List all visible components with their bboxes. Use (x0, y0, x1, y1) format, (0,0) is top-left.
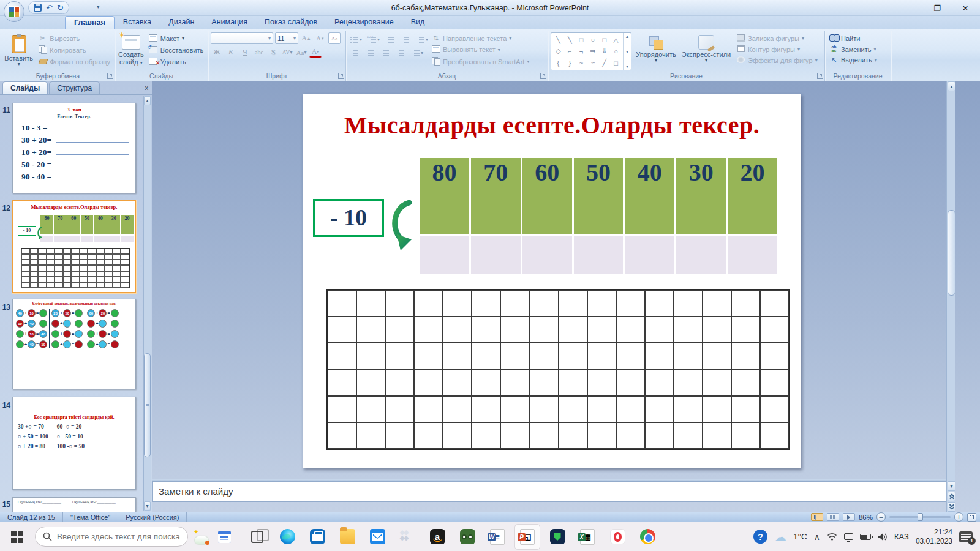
ribbon-tab[interactable]: Главная (65, 16, 115, 29)
replace-button[interactable]: abacЗаменить ▾ (827, 45, 879, 54)
value-cell[interactable]: 70 (471, 158, 521, 234)
slide-thumbnail-11[interactable]: 3- топ Есепте. Тексер. 10 - 3 =30 + 20=1… (12, 103, 136, 193)
ribbon-tab[interactable]: Дизайн (160, 16, 203, 29)
volume-icon[interactable] (878, 533, 888, 541)
answer-cell[interactable] (728, 236, 777, 274)
dialog-launcher-icon[interactable] (540, 73, 546, 79)
ribbon-tab[interactable]: Вставка (115, 16, 160, 29)
opera-button[interactable] (605, 525, 630, 549)
help-icon[interactable]: ? (753, 530, 767, 544)
powerpoint-button-active[interactable]: P◱ (515, 525, 540, 549)
line-spacing-button[interactable]: ▾ (415, 34, 430, 45)
answer-cell[interactable] (676, 236, 726, 274)
slide-canvas[interactable]: Мысалдарды есепте.Оларды тексер. 8070605… (303, 94, 801, 468)
character-spacing-button[interactable]: AV▾ (281, 47, 293, 58)
value-cell[interactable]: 20 (728, 158, 777, 234)
battery-icon[interactable] (860, 534, 871, 540)
convert-smartart-button[interactable]: Преобразовать в SmartArt ▾ (429, 56, 531, 67)
vertical-scrollbar[interactable]: ▲ ▼ (946, 81, 956, 512)
scroll-up-icon[interactable]: ▲ (144, 96, 151, 105)
wifi-icon[interactable] (827, 533, 837, 541)
bold-button[interactable]: Ж (211, 47, 223, 58)
dialog-launcher-icon[interactable] (338, 73, 344, 79)
shape-effects-button[interactable]: Эффекты для фигур ▾ (734, 56, 820, 65)
security-app-button[interactable] (545, 525, 570, 549)
answer-cell[interactable] (471, 236, 521, 274)
tab-outline[interactable]: Структура (49, 81, 100, 94)
zoom-out-button[interactable]: – (876, 512, 886, 522)
ribbon-tab[interactable]: Рецензирование (326, 16, 402, 29)
font-size-combobox[interactable]: 11▾ (275, 32, 298, 44)
format-painter-button[interactable]: Формат по образцу (36, 57, 112, 67)
weather-cloud-icon[interactable]: ☁ (774, 530, 786, 544)
answer-cell[interactable] (625, 236, 674, 274)
scrollbar-thumb[interactable] (948, 210, 956, 296)
mail-button[interactable] (365, 525, 390, 549)
hidden-icons-chevron[interactable]: ∧ (814, 532, 820, 542)
dropbox-button[interactable] (395, 525, 420, 549)
grow-font-button[interactable]: A▲ (300, 32, 312, 44)
select-button[interactable]: ↖Выделить ▾ (827, 56, 879, 64)
undo-button[interactable]: ↶ (46, 4, 53, 12)
shrink-font-button[interactable]: A▼ (314, 32, 326, 44)
font-color-button[interactable]: А▾ (309, 48, 322, 58)
change-case-button[interactable]: Aa▾ (295, 47, 307, 58)
quick-styles-button[interactable]: Экспресс-стили▾ (680, 32, 732, 72)
amazon-button[interactable]: a (425, 525, 450, 549)
input-language[interactable]: КАЗ (894, 532, 909, 541)
work-grid[interactable] (326, 289, 790, 450)
find-button[interactable]: Найти (827, 34, 879, 43)
dialog-launcher-icon[interactable] (817, 73, 823, 79)
zoom-slider-thumb[interactable] (918, 513, 923, 521)
temperature[interactable]: 1°C (793, 532, 807, 541)
ribbon-tab[interactable]: Показ слайдов (256, 16, 326, 29)
zoom-in-button[interactable]: + (954, 512, 963, 522)
fit-to-window-button[interactable] (967, 513, 976, 522)
align-center-button[interactable] (364, 47, 377, 59)
slide-thumbnail-15-partial[interactable]: Оқушының аты:__________Оқушының аты:____… (12, 497, 136, 512)
minimize-button[interactable]: – (903, 4, 915, 13)
columns-button[interactable]: ▾ (410, 47, 425, 59)
task-view-button[interactable] (245, 525, 270, 549)
clock[interactable]: 21:24 03.01.2023 (916, 528, 952, 546)
start-button[interactable] (5, 525, 29, 549)
language-indicator[interactable]: Русский (Россия) (118, 512, 187, 522)
align-left-button[interactable] (349, 47, 361, 59)
notification-center-icon[interactable]: 1 (959, 531, 973, 542)
zoom-slider[interactable] (889, 516, 951, 518)
scroll-down-icon[interactable]: ▼ (948, 481, 956, 491)
value-cell[interactable]: 30 (676, 158, 726, 234)
redo-button[interactable]: ↻ (57, 4, 64, 12)
value-cell[interactable]: 50 (574, 158, 624, 234)
value-cell[interactable]: 40 (625, 158, 674, 234)
zoom-level[interactable]: 86% (859, 514, 873, 521)
scroll-up-icon[interactable]: ▲ (948, 81, 956, 91)
next-slide-button[interactable] (948, 502, 956, 512)
numbering-button[interactable]: ▾ (366, 34, 382, 45)
dialog-launcher-icon[interactable] (107, 73, 113, 79)
curved-arrow-icon[interactable] (387, 197, 413, 253)
slide-sorter-button[interactable] (827, 513, 839, 521)
slide-thumbnail-13[interactable]: Үлгіге қарай отырып, жалғастырып орындап… (12, 299, 136, 389)
answer-cell[interactable] (574, 236, 624, 274)
align-right-button[interactable] (379, 47, 392, 59)
arrange-button[interactable]: Упорядочить▾ (634, 32, 678, 72)
panel-scrollbar-thumb[interactable] (144, 353, 151, 457)
slide-thumbnail-14[interactable]: Бос орындарға тиісті сандарды қой. 30 +○… (12, 397, 136, 490)
word-button[interactable]: W≡ (485, 525, 510, 549)
taskbar-search[interactable] (35, 527, 188, 547)
notes-area[interactable]: Заметки к слайду (152, 481, 946, 502)
customize-qat-icon[interactable]: ▾ (97, 4, 100, 10)
scroll-down-icon[interactable]: ▼ (144, 501, 151, 511)
decrease-indent-button[interactable] (384, 34, 397, 45)
slide-title[interactable]: Мысалдарды есепте.Оларды тексер. (303, 111, 801, 140)
office-button[interactable] (4, 1, 24, 22)
strikethrough-button[interactable]: abc (253, 47, 265, 58)
ribbon-tab[interactable]: Анимация (203, 16, 256, 29)
chrome-button[interactable] (635, 525, 660, 549)
slide-thumbnail-12-selected[interactable]: Мысалдарды есепте.Оларды тексер. 8070605… (12, 200, 136, 293)
shape-gallery-scrollbar[interactable]: ▲▼▼ (623, 33, 631, 70)
close-button[interactable]: ✕ (959, 4, 971, 13)
slideshow-button[interactable] (843, 513, 855, 521)
font-name-combobox[interactable]: ▾ (211, 32, 273, 44)
